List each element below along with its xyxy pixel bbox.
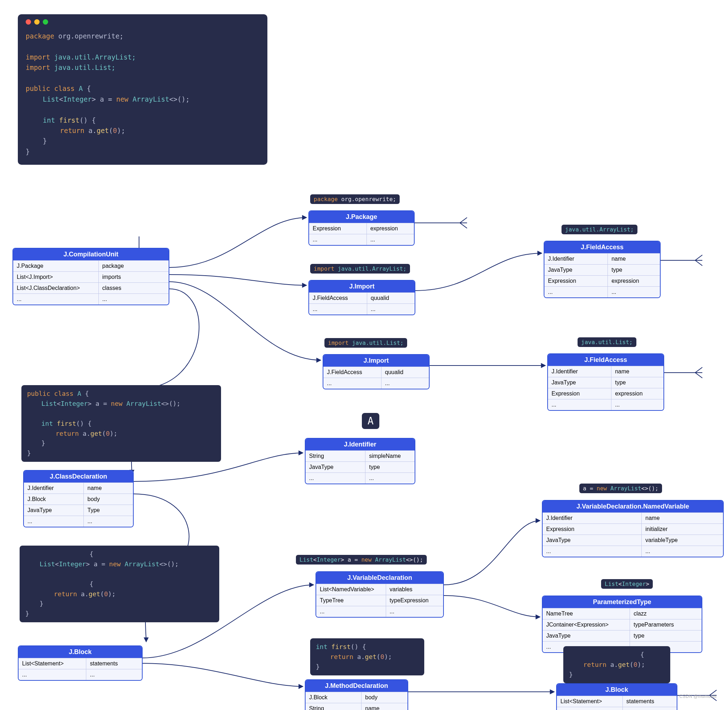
named-variable-table: J.VariableDeclaration.NamedVariable J.Id… <box>542 500 724 557</box>
vardecl-code-label: List<Integer> a = new ArrayList<>(); <box>296 555 427 565</box>
table-row: ...... <box>306 472 415 484</box>
paramtype-code-label: List<Integer> <box>601 579 653 589</box>
table-row: JavaTypeType <box>24 505 133 516</box>
close-icon <box>26 19 31 25</box>
table-row: List<J.ClassDeclaration>classes <box>13 282 168 293</box>
table-row: TypeTreetypeExpression <box>316 595 443 606</box>
import2-code-label: import java.util.List; <box>324 338 407 348</box>
table-row: ...... <box>316 606 443 617</box>
table-row: ...... <box>24 516 133 527</box>
table-row: Expressionexpression <box>548 388 664 399</box>
table-title: J.CompilationUnit <box>13 249 168 260</box>
fieldaccess1-code-label: java.util.ArrayList; <box>561 224 637 234</box>
table-row: Expressioninitializer <box>543 524 723 534</box>
table-row: J.Packagepackage <box>13 260 168 271</box>
table-row: ...... <box>309 304 415 314</box>
method-declaration-table: J.MethodDeclaration J.BlockbodyStringnam… <box>305 679 408 710</box>
window-dots <box>26 19 259 25</box>
namedvar-code-label: a = new ArrayList<>(); <box>579 484 662 493</box>
table-row: JavaTypevariableType <box>543 534 723 546</box>
table-row: ...... <box>323 378 429 389</box>
table-row: ...... <box>557 707 677 710</box>
table-row: List<J.Import>imports <box>13 271 168 282</box>
import2-table: J.Import J.FieldAccessquualid...... <box>323 354 429 389</box>
source-code-window: package org.openrewrite; import java.uti… <box>18 14 267 165</box>
kw-package: package <box>26 32 59 40</box>
table-row: JContainer<Expression>typeParameters <box>543 619 702 630</box>
table-row: J.FieldAccessquualid <box>323 367 429 378</box>
class-declaration-table: J.ClassDeclaration J.IdentifiernameJ.Blo… <box>23 470 134 527</box>
block-body-snippet: { List<Integer> a = new ArrayList<>(); {… <box>20 546 219 622</box>
import1-table: J.Import J.FieldAccessquualid...... <box>308 280 415 315</box>
identifier-table: J.Identifier StringsimpleNameJavaTypetyp… <box>305 438 415 484</box>
table-row: StringsimpleName <box>306 450 415 461</box>
diagram-canvas: package org.openrewrite; import java.uti… <box>11 11 724 703</box>
table-row: JavaTypetype <box>548 377 664 388</box>
table-row: JavaTypetype <box>543 630 702 641</box>
table-row: ...... <box>309 234 414 245</box>
watermark: CSDN @mumubiii <box>679 694 716 699</box>
parameterized-type-table: ParameterizedType NameTreeclazzJContaine… <box>542 596 702 653</box>
table-row: J.FieldAccessquualid <box>309 292 415 304</box>
table-row: J.Blockbody <box>306 692 407 703</box>
table-row: ...... <box>19 669 142 680</box>
table-row: ...... <box>543 546 723 557</box>
fieldaccess1-table: J.FieldAccess J.IdentifiernameJavaTypety… <box>544 241 661 298</box>
table-row: ...... <box>13 293 168 305</box>
class-body-snippet: public class A { List<Integer> a = new A… <box>21 385 221 462</box>
package-table: J.Package Expressionexpression...... <box>308 210 415 246</box>
table-row: J.Blockbody <box>24 494 133 505</box>
table-row: J.Identifiername <box>548 366 664 377</box>
method-body-snippet: int first() { return a.get(0); } <box>310 638 424 675</box>
table-row: JavaTypetype <box>544 264 660 275</box>
block2-snippet: { return a.get(0); } <box>563 646 670 683</box>
compilation-unit-table: J.CompilationUnit J.PackagepackageList<J… <box>12 248 169 305</box>
table-row: List<Statement>statements <box>557 696 677 707</box>
table-row: Expressionexpression <box>309 223 414 234</box>
table-rows: J.PackagepackageList<J.Import>importsLis… <box>13 260 168 305</box>
table-row: List<NamedVariable>variables <box>316 584 443 595</box>
fieldaccess2-code-label: java.util.List; <box>577 337 636 347</box>
table-row: J.Identifiername <box>544 253 660 264</box>
table-row: ...... <box>544 286 660 298</box>
table-row: Stringname <box>306 703 407 710</box>
table-row: Expressionexpression <box>544 275 660 286</box>
maximize-icon <box>43 19 48 25</box>
package-code-label: package org.openrewrite; <box>310 194 400 204</box>
variable-declaration-table: J.VariableDeclaration List<NamedVariable… <box>315 571 444 618</box>
table-row: ...... <box>548 399 664 410</box>
table-row: NameTreeclazz <box>543 608 702 619</box>
table-row: JavaTypetype <box>306 461 415 472</box>
block2-table: J.Block List<Statement>statements...... <box>556 683 677 710</box>
block1-table: J.Block List<Statement>statements...... <box>18 645 143 681</box>
import1-code-label: import java.util.ArrayList; <box>310 264 410 273</box>
table-row: List<Statement>statements <box>19 658 142 669</box>
table-row: J.Identifiername <box>24 483 133 494</box>
minimize-icon <box>34 19 40 25</box>
fieldaccess2-table: J.FieldAccess J.IdentifiernameJavaTypety… <box>547 354 664 411</box>
identifier-a-badge: A <box>362 413 379 429</box>
table-row: J.Identifiername <box>543 512 723 524</box>
